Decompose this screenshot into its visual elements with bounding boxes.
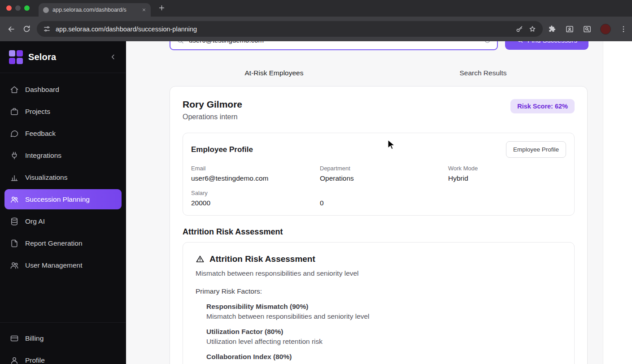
briefcase-icon <box>10 107 19 116</box>
warning-icon <box>196 255 205 264</box>
profile-avatar[interactable] <box>600 24 611 35</box>
tab-at-risk-employees[interactable]: At-Risk Employees <box>170 65 379 81</box>
tab-close-icon[interactable] <box>142 8 146 12</box>
tab-title: app.seloraa.com/dashboard/s <box>52 7 138 13</box>
document-icon <box>10 239 19 248</box>
tab-search-icon[interactable] <box>583 25 592 34</box>
sidebar-collapse-icon[interactable] <box>109 53 117 61</box>
risk-factor: Collaboration Index (80%) <box>206 353 562 361</box>
message-icon <box>10 129 19 138</box>
database-icon <box>10 217 19 226</box>
field-label: Work Mode <box>448 165 566 172</box>
field-value: user6@testingdemo.com <box>191 174 320 182</box>
employee-identity: Rory Gilmore Operations intern <box>183 99 242 121</box>
search-box <box>170 41 498 50</box>
employee-profile-button[interactable]: Employee Profile <box>506 141 566 158</box>
plug-icon <box>10 151 19 160</box>
sidebar-item-label: Org AI <box>25 217 45 225</box>
minimize-window-button[interactable] <box>15 5 21 11</box>
sidebar-footer: Billing Profile <box>0 322 126 364</box>
find-successors-label: Find Successors <box>527 41 577 44</box>
sidebar-item-label: Projects <box>25 108 50 116</box>
extensions-puzzle-icon[interactable] <box>548 25 557 33</box>
sidebar-nav: Dashboard Projects Feedback Integrations… <box>0 73 126 322</box>
main-content: Find Successors At-Risk Employees Search… <box>126 41 632 364</box>
risk-factor: Utilization Factor (80%) Utilization lev… <box>206 328 562 346</box>
close-window-button[interactable] <box>6 5 12 11</box>
people-icon <box>10 195 19 204</box>
back-icon[interactable] <box>4 22 19 37</box>
employee-profile-title: Employee Profile <box>191 145 253 154</box>
site-info-icon[interactable] <box>43 25 51 33</box>
employee-role: Operations intern <box>183 113 242 121</box>
sidebar-item-projects[interactable]: Projects <box>0 100 126 122</box>
new-tab-button[interactable] <box>158 4 166 12</box>
home-icon <box>10 85 19 94</box>
field-value: Operations <box>320 174 448 182</box>
brand-name: Selora <box>28 52 109 62</box>
search-input[interactable] <box>189 41 479 44</box>
employee-card-header: Rory Gilmore Operations intern Risk Scor… <box>183 99 575 121</box>
tab-search-results[interactable]: Search Results <box>379 65 588 81</box>
user-icon <box>10 356 19 364</box>
attrition-section-heading: Attrition Risk Assessment <box>183 227 575 237</box>
employee-card: Rory Gilmore Operations intern Risk Scor… <box>170 86 588 364</box>
loading-spinner-icon <box>484 41 491 44</box>
url-bar[interactable]: app.seloraa.com/dashboard/succession-pla… <box>37 21 543 37</box>
primary-risk-factors-label: Primary Risk Factors: <box>196 287 562 295</box>
sidebar-item-label: Billing <box>25 334 44 342</box>
password-key-icon[interactable] <box>515 25 523 33</box>
bookmark-star-icon[interactable] <box>528 25 536 33</box>
url-text: app.seloraa.com/dashboard/succession-pla… <box>56 26 510 33</box>
attrition-risk-card: Attrition Risk Assessment Mismatch betwe… <box>183 242 575 364</box>
sidebar-item-org-ai[interactable]: Org AI <box>0 210 126 232</box>
field-salary: Salary 20000 <box>191 190 320 207</box>
sidebar-item-report-generation[interactable]: Report Generation <box>0 232 126 254</box>
sidebar-item-billing[interactable]: Billing <box>0 327 126 349</box>
sidebar-item-label: Succession Planning <box>25 195 90 204</box>
risk-factor-desc: Mismatch between responsibilities and se… <box>206 312 562 321</box>
field-email: Email user6@testingdemo.com <box>191 165 320 182</box>
sidebar-item-dashboard[interactable]: Dashboard <box>0 78 126 100</box>
employee-name: Rory Gilmore <box>183 99 242 110</box>
sidebar-item-label: Report Generation <box>25 239 83 247</box>
employee-profile-header: Employee Profile Employee Profile <box>191 141 566 158</box>
risk-factor-title: Utilization Factor (80%) <box>206 328 562 336</box>
risk-factor-desc: Utilization level affecting retention ri… <box>206 338 562 346</box>
sidebar-item-succession-planning[interactable]: Succession Planning <box>4 189 122 209</box>
selora-logo-icon <box>9 50 23 64</box>
find-successors-button[interactable]: Find Successors <box>505 41 588 50</box>
window-user-icon[interactable] <box>565 25 574 34</box>
risk-subtitle: Mismatch between responsibilities and se… <box>196 269 562 277</box>
field-department: Department Operations <box>320 165 448 182</box>
browser-tab[interactable]: app.seloraa.com/dashboard/s <box>39 3 151 17</box>
reload-icon[interactable] <box>19 22 34 37</box>
brand-header: Selora <box>0 41 126 73</box>
credit-card-icon <box>10 334 19 343</box>
sidebar-item-visualizations[interactable]: Visualizations <box>0 166 126 188</box>
sidebar-item-profile[interactable]: Profile <box>0 349 126 364</box>
sidebar-item-user-management[interactable]: User Management <box>0 254 126 276</box>
sidebar-item-label: User Management <box>25 261 83 269</box>
field-value: Hybrid <box>448 174 566 182</box>
risk-card-header: Attrition Risk Assessment <box>196 254 562 264</box>
field-label: Salary <box>191 190 320 197</box>
sidebar-item-label: Feedback <box>25 130 56 138</box>
tab-favicon-icon <box>43 7 49 13</box>
risk-score-badge: Risk Score: 62% <box>510 99 575 113</box>
sidebar-item-label: Profile <box>25 356 45 364</box>
sidebar-item-label: Dashboard <box>25 86 59 94</box>
browser-chrome: app.seloraa.com/dashboard/s app.seloraa.… <box>0 0 632 41</box>
successor-search-row: Find Successors <box>170 41 588 50</box>
zoom-window-button[interactable] <box>24 5 30 11</box>
window-controls <box>6 5 30 11</box>
field-value: 20000 <box>191 199 320 207</box>
sidebar-item-integrations[interactable]: Integrations <box>0 144 126 166</box>
sidebar: Selora Dashboard Projects Feedback Integ… <box>0 41 126 364</box>
risk-card-title: Attrition Risk Assessment <box>209 254 315 264</box>
field-value: 0 <box>320 199 448 207</box>
employee-profile-card: Employee Profile Employee Profile Email … <box>183 133 575 216</box>
menu-dots-icon[interactable] <box>619 25 628 33</box>
sidebar-item-feedback[interactable]: Feedback <box>0 122 126 144</box>
sidebar-item-label: Integrations <box>25 152 61 160</box>
